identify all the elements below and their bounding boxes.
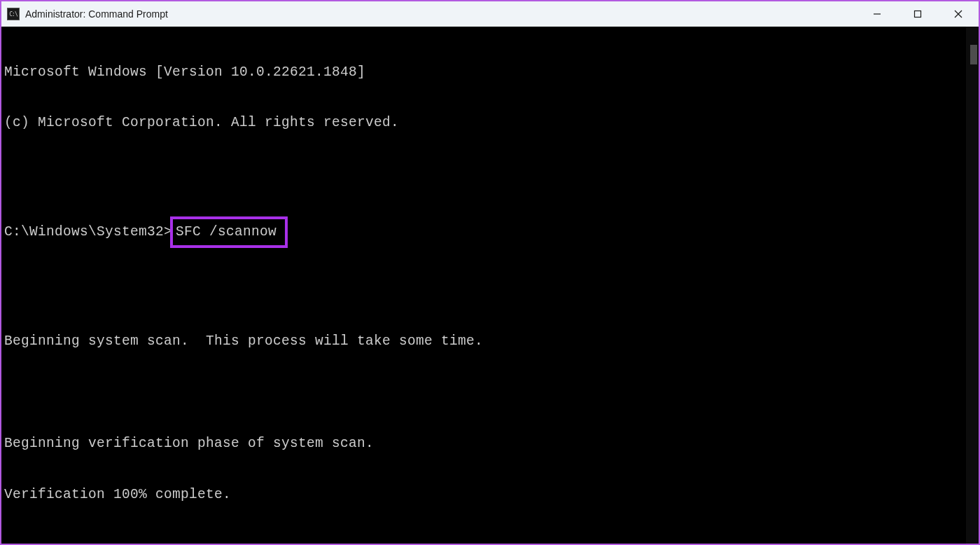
output-line: Beginning system scan. This process will… [4,333,979,350]
blank-line [4,165,979,182]
terminal-body[interactable]: Microsoft Windows [Version 10.0.22621.18… [1,27,979,544]
minimize-button[interactable] [857,1,897,27]
output-line: Verification 100% complete. [4,486,979,503]
output-line: Microsoft Windows [Version 10.0.22621.18… [4,64,979,81]
command-prompt-window: C:\ Administrator: Command Prompt Micros… [0,0,980,545]
close-button[interactable] [938,1,979,27]
output-line: Beginning verification phase of system s… [4,435,979,452]
scrollbar-track[interactable] [966,27,979,544]
blank-line [4,537,979,544]
prompt-line: C:\Windows\System32> SFC /scannow [4,216,979,247]
scrollbar-thumb[interactable] [970,45,977,64]
command-text: SFC /scannow [176,224,276,240]
close-icon [954,10,962,18]
svg-rect-1 [915,11,921,18]
titlebar-left: C:\ Administrator: Command Prompt [7,8,168,20]
maximize-icon [913,10,922,18]
blank-line [4,282,979,298]
output-line: (c) Microsoft Corporation. All rights re… [4,114,979,131]
titlebar[interactable]: C:\ Administrator: Command Prompt [1,1,979,27]
terminal-content: Microsoft Windows [Version 10.0.22621.18… [4,29,979,544]
cmd-icon: C:\ [7,8,20,20]
blank-line [4,384,979,401]
minimize-icon [873,10,881,18]
maximize-button[interactable] [897,1,938,27]
prompt-path: C:\Windows\System32> [4,223,172,240]
command-highlight: SFC /scannow [170,216,288,247]
window-controls [857,1,979,27]
window-title: Administrator: Command Prompt [25,8,168,20]
